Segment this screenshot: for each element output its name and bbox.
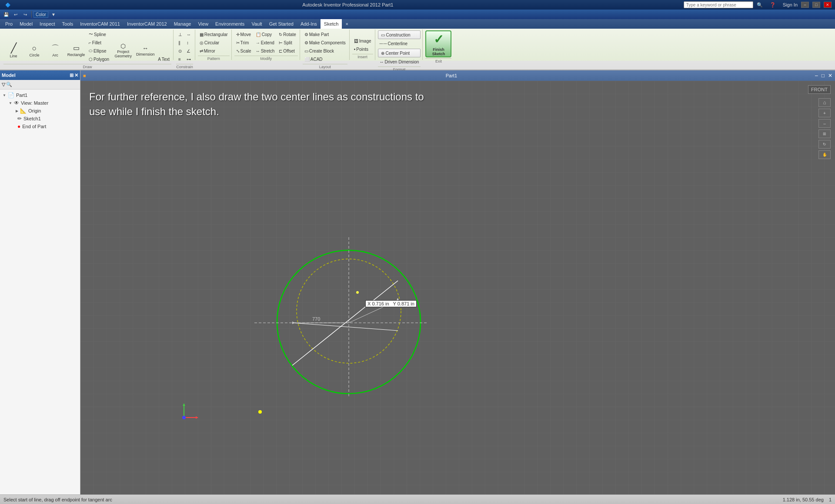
menu-pro[interactable]: Pro bbox=[2, 19, 16, 29]
menu-inspect[interactable]: Inspect bbox=[36, 19, 58, 29]
trim-btn[interactable]: ✂ Trim bbox=[234, 39, 253, 46]
menu-vault[interactable]: Vault bbox=[248, 19, 265, 29]
mirror-btn[interactable]: ⇌ Mirror bbox=[198, 47, 230, 55]
constrain-btn2[interactable]: ∥ bbox=[177, 39, 184, 46]
menu-model[interactable]: Model bbox=[16, 19, 36, 29]
viewport-min-icon[interactable]: – bbox=[815, 73, 818, 79]
spline-button[interactable]: 〜 Spline bbox=[87, 30, 111, 38]
search-tree-icon[interactable]: 🔍 bbox=[6, 82, 12, 87]
constrain-btn8[interactable]: ⊶ bbox=[185, 55, 193, 63]
viewport-close-icon[interactable]: ✕ bbox=[828, 73, 832, 79]
center-point-btn[interactable]: ⊕ Center Point bbox=[378, 49, 421, 57]
menu-environments[interactable]: Environments bbox=[212, 19, 248, 29]
help-icon[interactable]: ❓ bbox=[770, 2, 776, 8]
move-btn[interactable]: ✛ Move bbox=[234, 30, 253, 38]
menu-tools[interactable]: Tools bbox=[59, 19, 77, 29]
circular-pattern-btn[interactable]: ◎ Circular bbox=[198, 39, 230, 46]
extend-btn[interactable]: → Extend bbox=[254, 39, 277, 46]
filter-icon[interactable]: ▽ bbox=[2, 82, 5, 87]
stretch-label: Stretch bbox=[261, 49, 275, 53]
panel-close-icon[interactable]: ✕ bbox=[74, 73, 78, 78]
constrain-btn3[interactable]: ⊙ bbox=[177, 47, 184, 55]
viewport-restore-icon[interactable]: □ bbox=[822, 73, 825, 79]
dimension-button[interactable]: ↔ Dimension bbox=[135, 39, 155, 63]
make-part-btn[interactable]: ⚙ Make Part bbox=[303, 30, 347, 38]
mirror-icon: ⇌ bbox=[200, 49, 203, 53]
scale-btn[interactable]: ⤡ Scale bbox=[234, 47, 253, 55]
restore-button[interactable]: □ bbox=[812, 2, 820, 8]
constrain-btn4[interactable]: ≡ bbox=[177, 55, 184, 63]
nav-pan[interactable]: ✋ bbox=[818, 150, 831, 159]
close-button[interactable]: ✕ bbox=[824, 2, 832, 8]
finish-sketch-button[interactable]: ✓ FinishSketch bbox=[425, 30, 451, 57]
arc-label: Arc bbox=[52, 53, 58, 57]
tree-item-viewmaster[interactable]: ▼ 👁 View: Master bbox=[2, 99, 78, 107]
constrain-btn1[interactable]: ⊥ bbox=[177, 30, 184, 38]
constrain-btn6[interactable]: ↕ bbox=[185, 39, 193, 46]
qat-dropdown[interactable]: ▼ bbox=[49, 10, 58, 18]
constrain-btn5[interactable]: ↔ bbox=[185, 30, 193, 38]
offset-label: Offset bbox=[283, 49, 295, 53]
nav-fit[interactable]: ⊞ bbox=[818, 129, 831, 138]
fillet-button[interactable]: ⌐ Fillet bbox=[87, 39, 111, 46]
menu-manage[interactable]: Manage bbox=[170, 19, 195, 29]
copy-btn[interactable]: 📋 Copy bbox=[254, 30, 277, 38]
construction-btn[interactable]: ▭ Construction bbox=[378, 30, 421, 39]
arc-icon: ⌒ bbox=[51, 44, 59, 52]
rectangle-button[interactable]: ▭ Rectangle bbox=[66, 39, 86, 63]
create-block-btn[interactable]: ▭ Create Block bbox=[303, 47, 347, 55]
menu-view[interactable]: View bbox=[194, 19, 212, 29]
points-btn[interactable]: • Points bbox=[352, 45, 373, 53]
search-input[interactable] bbox=[684, 1, 753, 8]
nav-zoom-in[interactable]: + bbox=[818, 109, 831, 117]
panel-expand-icon[interactable]: ⊞ bbox=[70, 73, 73, 78]
arc-button[interactable]: ⌒ Arc bbox=[45, 39, 65, 63]
polygon-button[interactable]: ⬡ Polygon bbox=[87, 55, 111, 63]
centerline-label: Centerline bbox=[387, 41, 407, 46]
insert-col: 🖼 Image • Points bbox=[352, 37, 373, 53]
line-button[interactable]: ╱ Line bbox=[3, 39, 23, 63]
offset-btn[interactable]: ⊏ Offset bbox=[277, 47, 297, 55]
circle-button[interactable]: ○ Circle bbox=[24, 39, 44, 63]
color-label[interactable]: Color bbox=[33, 11, 48, 18]
menu-close-tab[interactable]: × bbox=[342, 19, 351, 29]
menu-addins[interactable]: Add-Ins bbox=[297, 19, 321, 29]
split-icon: ⊢ bbox=[279, 40, 283, 45]
search-icon[interactable]: 🔍 bbox=[757, 2, 763, 8]
menu-getstarted[interactable]: Get Started bbox=[266, 19, 297, 29]
project-geometry-button[interactable]: ⬡ ProjectGeometry bbox=[112, 39, 134, 63]
ribbon-group-pattern: ▦ Rectangular ◎ Circular ⇌ Mirror Patter… bbox=[196, 30, 232, 60]
menu-inventorcam2012[interactable]: InventorCAM 2012 bbox=[124, 19, 170, 29]
canvas[interactable]: For further reference, I also draw the t… bbox=[80, 81, 835, 494]
tree-arrow-viewmaster: ▼ bbox=[9, 101, 12, 105]
sign-in-btn[interactable]: Sign In bbox=[783, 2, 798, 7]
tree-item-endofpart[interactable]: ● End of Part bbox=[2, 123, 78, 130]
nav-home[interactable]: ⌂ bbox=[818, 98, 831, 107]
rotate-btn[interactable]: ↻ Rotate bbox=[277, 30, 297, 38]
qat-undo[interactable]: ↩ bbox=[11, 10, 20, 18]
image-btn[interactable]: 🖼 Image bbox=[352, 37, 373, 45]
annotation-text: For further reference, I also draw the t… bbox=[89, 90, 437, 119]
menu-sketch[interactable]: Sketch bbox=[321, 19, 342, 29]
tree-item-origin[interactable]: ▶ 📐 Origin bbox=[2, 107, 78, 115]
stretch-btn[interactable]: ↔ Stretch bbox=[254, 47, 277, 55]
centerline-btn[interactable]: ─·─ Centerline bbox=[378, 40, 421, 47]
minimize-button[interactable]: – bbox=[801, 2, 809, 8]
ellipse-button[interactable]: ⬭ Ellipse bbox=[87, 47, 111, 55]
constrain-items: ⊥ ∥ ⊙ ≡ ↔ ↕ bbox=[177, 30, 193, 63]
rectangular-pattern-btn[interactable]: ▦ Rectangular bbox=[198, 30, 230, 38]
make-components-btn[interactable]: ⚙ Make Components bbox=[303, 39, 347, 46]
constrain-btn7[interactable]: ∠ bbox=[185, 47, 193, 55]
tree-item-sketch1[interactable]: ✏ Sketch1 bbox=[2, 115, 78, 123]
app-icon[interactable]: 🔷 bbox=[3, 1, 12, 9]
qat-save[interactable]: 💾 bbox=[2, 10, 10, 18]
menu-inventorcam2011[interactable]: InventorCAM 2011 bbox=[77, 19, 124, 29]
split-btn[interactable]: ⊢ Split bbox=[277, 39, 297, 46]
nav-rotate[interactable]: ↻ bbox=[818, 140, 831, 149]
nav-zoom-out[interactable]: – bbox=[818, 119, 831, 128]
driven-dimension-btn[interactable]: ↔ Driven Dimension bbox=[378, 58, 421, 66]
tree-item-part1[interactable]: ▼ 📄 Part1 bbox=[2, 91, 78, 99]
qat-redo[interactable]: ↪ bbox=[21, 10, 30, 18]
acad-btn[interactable]: ⬜ ACAD bbox=[303, 55, 347, 63]
text-button[interactable]: A Text bbox=[156, 55, 171, 63]
